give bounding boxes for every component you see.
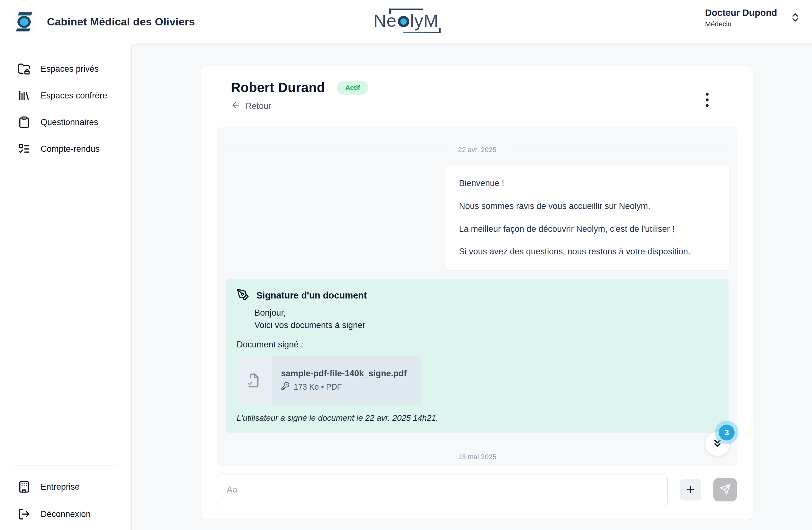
- profile-role: Médecin: [705, 20, 777, 28]
- file-meta-row: 173 Ko • PDF: [281, 382, 412, 392]
- status-badge: Actif: [337, 81, 368, 95]
- signature-card-title: Signature d'un document: [256, 290, 367, 301]
- sidebar-item-label: Espaces privés: [41, 64, 99, 74]
- clinic-logo-icon: [12, 10, 36, 34]
- kebab-dot: [706, 104, 709, 107]
- messages-scroll-area[interactable]: 22 avr. 2025 Bienvenue ! Nous sommes rav…: [217, 127, 738, 466]
- sidebar-item-espaces-prives[interactable]: Espaces privés: [0, 60, 131, 78]
- chevrons-down-icon: [711, 437, 724, 451]
- top-header: Cabinet Médical des Oliviers NelyM Docte…: [0, 0, 812, 43]
- signed-note: L'utilisateur a signé le document le 22 …: [237, 413, 718, 423]
- neolym-logo-bottombar: [403, 31, 440, 33]
- signed-file-attachment[interactable]: sample-pdf-file-140k_signe.pdf 173 Ko • …: [237, 356, 421, 405]
- sidebar-item-label: Espaces confrère: [41, 91, 107, 101]
- add-attachment-button[interactable]: [680, 479, 701, 501]
- date-divider-label: 22 avr. 2025: [458, 146, 496, 154]
- file-check-icon: [237, 356, 272, 405]
- clipboard-icon: [18, 116, 30, 129]
- back-label: Retour: [246, 101, 271, 111]
- sidebar-nav-list: Espaces privés Espaces confrère Question…: [0, 43, 131, 158]
- key-icon: [281, 382, 290, 392]
- building-icon: [18, 480, 30, 493]
- sidebar-item-label: Entreprise: [41, 482, 79, 492]
- date-divider: 13 mai 2025: [217, 453, 738, 461]
- message-paragraph: Bienvenue !: [459, 178, 715, 189]
- sidebar-item-compte-rendus[interactable]: Compte-rendus: [0, 140, 131, 158]
- chevrons-up-down-icon: [790, 12, 801, 24]
- divider-line: [225, 457, 447, 458]
- logo-bar-top: [18, 12, 32, 16]
- divider-line: [507, 457, 729, 458]
- message-composer: [217, 473, 737, 506]
- sidebar-item-entreprise[interactable]: Entreprise: [0, 478, 131, 496]
- logo-ring: [17, 16, 31, 28]
- logout-icon: [18, 508, 30, 520]
- sidebar-footer-list: Entreprise Déconnexion: [0, 478, 131, 523]
- folder-lock-icon: [18, 62, 30, 75]
- date-divider: 22 avr. 2025: [217, 146, 738, 154]
- library-icon: [18, 89, 30, 102]
- message-paragraph: La meilleur façon de découvrir Neolym, c…: [459, 224, 715, 235]
- plus-icon: [685, 484, 696, 496]
- greeting-line: Voici vos documents à signer: [255, 319, 718, 332]
- content-panel: Robert Durand Actif Retour 22 avr. 2025: [132, 43, 812, 530]
- sidebar: Espaces privés Espaces confrère Question…: [0, 43, 132, 530]
- kebab-dot: [706, 98, 709, 101]
- profile-menu[interactable]: Docteur Dupond Médecin: [705, 8, 801, 28]
- divider-line: [507, 150, 729, 150]
- app-window: Cabinet Médical des Oliviers NelyM Docte…: [0, 0, 812, 530]
- neolym-logo: NelyM: [373, 8, 439, 33]
- chat-options-button[interactable]: [699, 90, 715, 109]
- file-name: sample-pdf-file-140k_signe.pdf: [281, 369, 412, 378]
- clinic-name: Cabinet Médical des Oliviers: [47, 16, 195, 28]
- signature-card-header: Signature d'un document: [237, 288, 718, 302]
- sidebar-footer: Entreprise Déconnexion: [0, 465, 131, 523]
- message-input[interactable]: [217, 473, 668, 506]
- send-icon: [720, 484, 731, 496]
- chat-header: Robert Durand Actif Retour: [231, 80, 368, 112]
- pen-tool-icon: [237, 288, 249, 302]
- neolym-logo-topbar: [389, 8, 423, 10]
- patient-name: Robert Durand: [231, 80, 325, 95]
- signed-document-label: Document signé :: [237, 340, 718, 350]
- greeting-line: Bonjour,: [255, 307, 718, 319]
- file-meta-text: 173 Ko • PDF: [294, 382, 342, 392]
- signature-request-card: Signature d'un document Bonjour, Voici v…: [226, 279, 728, 433]
- signature-greeting: Bonjour, Voici vos documents à signer: [255, 307, 718, 332]
- unread-count-badge: 3: [719, 424, 735, 441]
- clinic-brand: Cabinet Médical des Oliviers: [12, 0, 195, 43]
- neolym-logo-text-pre: Ne: [373, 11, 397, 29]
- kebab-dot: [706, 93, 709, 96]
- chat-card: Robert Durand Actif Retour 22 avr. 2025: [201, 66, 753, 520]
- date-divider-label: 13 mai 2025: [458, 453, 496, 461]
- neolym-logo-wrap: NelyM: [373, 8, 439, 33]
- message-paragraph: Si vous avez des questions, nous restons…: [459, 247, 715, 257]
- file-info: sample-pdf-file-140k_signe.pdf 173 Ko • …: [272, 356, 421, 405]
- sidebar-item-questionnaires[interactable]: Questionnaires: [0, 113, 131, 131]
- sidebar-item-label: Compte-rendus: [41, 144, 100, 154]
- message-paragraph: Nous sommes ravis de vous accueillir sur…: [459, 201, 715, 212]
- sidebar-item-espaces-confrere[interactable]: Espaces confrère: [0, 87, 131, 104]
- arrow-left-icon: [231, 100, 241, 112]
- sidebar-item-label: Questionnaires: [41, 117, 98, 127]
- profile-text: Docteur Dupond Médecin: [705, 8, 777, 28]
- neolym-logo-o-icon: [398, 16, 409, 27]
- divider-line: [225, 150, 447, 150]
- profile-name: Docteur Dupond: [705, 8, 777, 18]
- chat-name-row: Robert Durand Actif: [231, 80, 368, 95]
- neolym-logo-text-post: lyM: [410, 11, 439, 29]
- send-button[interactable]: [713, 478, 737, 501]
- sidebar-divider: [13, 465, 117, 466]
- welcome-message-bubble: Bienvenue ! Nous sommes ravis de vous ac…: [445, 165, 729, 270]
- list-todo-icon: [18, 143, 30, 155]
- back-button[interactable]: Retour: [231, 100, 368, 112]
- sidebar-item-deconnexion[interactable]: Déconnexion: [0, 505, 131, 523]
- logo-bar-bottom: [16, 28, 30, 31]
- sidebar-item-label: Déconnexion: [41, 510, 91, 519]
